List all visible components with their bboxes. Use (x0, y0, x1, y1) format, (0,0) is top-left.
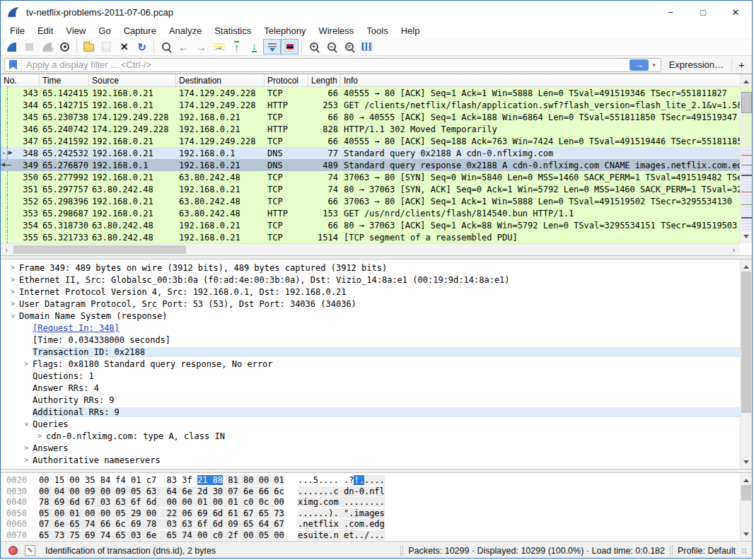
detail-row[interactable]: >cdn-0.nflximg.com: type A, class IN (1, 430, 740, 442)
expander-icon[interactable]: > (6, 276, 19, 284)
menu-item-help[interactable]: Help (395, 24, 427, 37)
packet-row[interactable]: 35065.277992192.168.0.2163.80.242.48TCP7… (1, 171, 740, 183)
bytes-scrollbar[interactable] (740, 473, 752, 541)
detail-row[interactable]: >Authoritative nameservers (1, 454, 740, 466)
packet-row[interactable]: 34465.142715192.168.0.21174.129.249.228H… (1, 99, 740, 111)
close-file-button[interactable]: ✕ (115, 39, 133, 54)
packet-list-scrollbar[interactable] (740, 74, 752, 243)
menu-item-tools[interactable]: Tools (360, 24, 394, 37)
capture-options-button[interactable] (56, 39, 74, 54)
menu-item-edit[interactable]: Edit (31, 24, 59, 37)
menu-item-telephony[interactable]: Telephony (257, 24, 312, 37)
menu-item-statistics[interactable]: Statistics (208, 24, 257, 37)
auto-scroll-button[interactable] (263, 39, 281, 54)
hex-row[interactable]: 007065 73 75 69 74 65 03 6e 65 74 00 c0 … (1, 530, 752, 542)
zoom-in-button[interactable]: + (305, 39, 323, 54)
hex-row[interactable]: 005005 00 01 00 00 05 29 00 22 06 69 6d … (1, 508, 752, 520)
detail-row[interactable]: >Ethernet II, Src: Globalsc_00:3b:0a (f0… (1, 274, 740, 286)
detail-row[interactable]: Additional RRs: 9 (1, 406, 740, 418)
expander-icon[interactable]: > (20, 445, 33, 452)
hscroll-thumb[interactable] (13, 245, 186, 254)
hscroll-right-arrow-icon[interactable]: › (728, 246, 740, 254)
expander-icon[interactable]: > (23, 418, 30, 431)
expander-icon[interactable]: > (20, 457, 33, 464)
detail-row[interactable]: >Domain Name System (response) (1, 310, 740, 322)
apply-filter-button[interactable]: → (630, 59, 649, 71)
hex-row[interactable]: 004078 69 6d 67 03 63 6f 6d 00 00 01 00 … (1, 497, 752, 508)
scroll-down-arrow-icon[interactable] (741, 530, 752, 541)
expander-icon[interactable]: > (33, 433, 46, 440)
detail-row[interactable]: >Answers (1, 442, 740, 454)
menu-item-view[interactable]: View (59, 24, 92, 37)
filter-dropdown-caret-icon[interactable]: ▾ (652, 62, 656, 69)
stop-capture-button[interactable] (21, 39, 38, 54)
restart-capture-button[interactable]: ↺ (38, 39, 56, 54)
capture-comment-button[interactable]: ✎ (25, 545, 35, 556)
intelligent-scrollbar-minimap[interactable] (741, 86, 752, 232)
vscroll-thumb[interactable] (741, 272, 751, 413)
detail-row[interactable]: >Internet Protocol Version 4, Src: 192.1… (1, 286, 740, 298)
first-packet-button[interactable]: ↑ (228, 39, 245, 54)
hex-row[interactable]: 006007 6e 65 74 66 6c 69 78 03 63 6f 6d … (1, 519, 752, 530)
packet-row[interactable]: 35165.29775763.80.242.48192.168.0.21TCP7… (1, 183, 740, 195)
column-header-no[interactable]: No. (1, 74, 40, 86)
open-file-button[interactable] (80, 39, 98, 54)
filter-bookmark-icon[interactable] (9, 60, 17, 70)
save-file-button[interactable]: 010 (98, 39, 115, 54)
column-header-source[interactable]: Source (89, 74, 176, 86)
expander-icon[interactable]: > (6, 288, 19, 296)
detail-row[interactable]: [Time: 0.034338000 seconds] (1, 334, 740, 346)
profile-status[interactable]: Profile: Default (678, 546, 736, 556)
close-button[interactable]: ✕ (719, 1, 752, 23)
column-header-protocol[interactable]: Protocol (265, 74, 308, 86)
detail-row[interactable]: [Request In: 348] (1, 322, 740, 334)
scroll-up-arrow-icon[interactable] (741, 473, 752, 484)
selected-ascii[interactable]: !. (354, 475, 364, 485)
detail-row[interactable]: >Frame 349: 489 bytes on wire (3912 bits… (1, 262, 740, 274)
hex-row[interactable]: 002000 15 00 35 84 f4 01 c7 83 3f 21 88 … (1, 475, 752, 486)
packet-row[interactable]: 35265.298396192.168.0.2163.80.242.48TCP6… (1, 195, 740, 207)
hex-row[interactable]: 003000 04 00 09 00 09 05 63 64 6e 2d 30 … (1, 486, 752, 498)
menu-item-wireless[interactable]: Wireless (312, 24, 360, 37)
detail-row[interactable]: Answer RRs: 4 (1, 382, 740, 394)
scroll-up-arrow-icon[interactable] (741, 74, 752, 86)
hscroll-left-arrow-icon[interactable]: ‹ (1, 246, 13, 254)
expander-icon[interactable]: > (6, 264, 19, 272)
packet-row[interactable]: 35465.31873063.80.242.48192.168.0.21TCP6… (1, 219, 740, 231)
detail-row[interactable]: >User Datagram Protocol, Src Port: 53 (5… (1, 298, 740, 310)
menu-item-analyze[interactable]: Analyze (163, 24, 208, 37)
column-header-length[interactable]: Length (308, 74, 341, 86)
scroll-down-arrow-icon[interactable] (741, 232, 752, 243)
resize-grip[interactable] (741, 548, 748, 554)
menu-item-capture[interactable]: Capture (117, 24, 163, 37)
column-header-info[interactable]: Info (341, 74, 740, 86)
go-to-packet-button[interactable]: → (210, 39, 228, 54)
packet-row[interactable]: 35565.32173363.80.242.48192.168.0.21TCP1… (1, 231, 740, 243)
add-filter-button[interactable]: + (731, 59, 747, 71)
column-header-time[interactable]: Time (40, 74, 89, 86)
menu-item-file[interactable]: File (4, 24, 31, 37)
detail-row[interactable]: Questions: 1 (1, 370, 740, 382)
packet-row[interactable]: 34765.241592192.168.0.21174.129.249.228T… (1, 135, 740, 147)
expander-icon[interactable]: > (6, 301, 19, 308)
zoom-out-button[interactable]: − (323, 39, 340, 54)
maximize-button[interactable]: □ (687, 1, 719, 23)
scroll-down-arrow-icon[interactable] (741, 457, 752, 469)
minimize-button[interactable]: − (654, 1, 687, 23)
packet-row[interactable]: 34965.276870192.168.0.1192.168.0.21DNS48… (1, 159, 740, 171)
last-packet-button[interactable]: ↓ (245, 39, 263, 54)
next-packet-button[interactable]: → (192, 39, 210, 54)
packet-row[interactable]: 34365.142415192.168.0.21174.129.249.228T… (1, 87, 740, 99)
start-capture-button[interactable] (3, 39, 21, 54)
details-scrollbar[interactable] (740, 259, 752, 469)
display-filter-input[interactable]: Apply a display filter ... <Ctrl-/> → ▾ (4, 58, 661, 72)
packet-row[interactable]: 34665.240742174.129.249.228192.168.0.21H… (1, 123, 740, 135)
packet-row[interactable]: 34865.242532192.168.0.21192.168.0.1DNS77… (1, 147, 740, 159)
reload-file-button[interactable]: ↻ (133, 39, 151, 54)
resize-columns-button[interactable] (358, 39, 376, 54)
expert-info-button[interactable] (8, 546, 18, 555)
find-packet-button[interactable] (157, 39, 175, 54)
menu-item-go[interactable]: Go (92, 24, 117, 37)
previous-packet-button[interactable]: ← (175, 39, 192, 54)
column-header-destination[interactable]: Destination (176, 74, 265, 86)
